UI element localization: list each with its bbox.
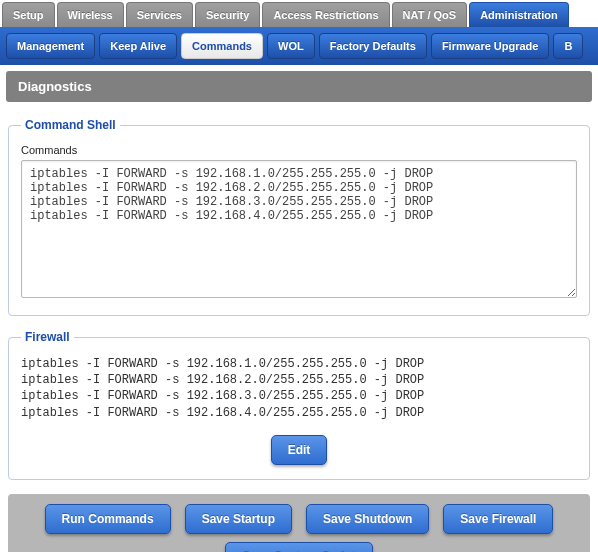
action-bar: Run Commands Save Startup Save Shutdown …: [8, 494, 590, 552]
command-shell-fieldset: Command Shell Commands: [8, 118, 590, 316]
save-custom-script-button[interactable]: Save Custom Script: [225, 542, 372, 552]
run-commands-button[interactable]: Run Commands: [45, 504, 171, 534]
subtab-wol[interactable]: WOL: [267, 33, 315, 59]
content-area: Command Shell Commands Firewall iptables…: [0, 102, 598, 552]
tab-wireless[interactable]: Wireless: [57, 2, 124, 27]
command-shell-legend: Command Shell: [21, 118, 120, 132]
firewall-script-display: iptables -I FORWARD -s 192.168.1.0/255.2…: [21, 356, 577, 421]
save-firewall-button[interactable]: Save Firewall: [443, 504, 553, 534]
subtab-factory-defaults[interactable]: Factory Defaults: [319, 33, 427, 59]
subtab-commands[interactable]: Commands: [181, 33, 263, 59]
save-shutdown-button[interactable]: Save Shutdown: [306, 504, 429, 534]
firewall-fieldset: Firewall iptables -I FORWARD -s 192.168.…: [8, 330, 590, 480]
edit-button[interactable]: Edit: [271, 435, 328, 465]
firewall-legend: Firewall: [21, 330, 74, 344]
subtab-firmware-upgrade[interactable]: Firmware Upgrade: [431, 33, 550, 59]
subtab-management[interactable]: Management: [6, 33, 95, 59]
commands-label: Commands: [21, 144, 577, 156]
primary-tabs: Setup Wireless Services Security Access …: [0, 0, 598, 27]
tab-nat-qos[interactable]: NAT / QoS: [392, 2, 468, 27]
tab-security[interactable]: Security: [195, 2, 260, 27]
subtab-extra-partial[interactable]: B: [553, 33, 583, 59]
secondary-tabs: Management Keep Alive Commands WOL Facto…: [0, 27, 598, 65]
save-startup-button[interactable]: Save Startup: [185, 504, 292, 534]
tab-administration[interactable]: Administration: [469, 2, 569, 27]
tab-access-restrictions[interactable]: Access Restrictions: [262, 2, 389, 27]
tab-setup[interactable]: Setup: [2, 2, 55, 27]
commands-textarea[interactable]: [21, 160, 577, 298]
tab-services[interactable]: Services: [126, 2, 193, 27]
subtab-keep-alive[interactable]: Keep Alive: [99, 33, 177, 59]
page-title: Diagnostics: [6, 71, 592, 102]
